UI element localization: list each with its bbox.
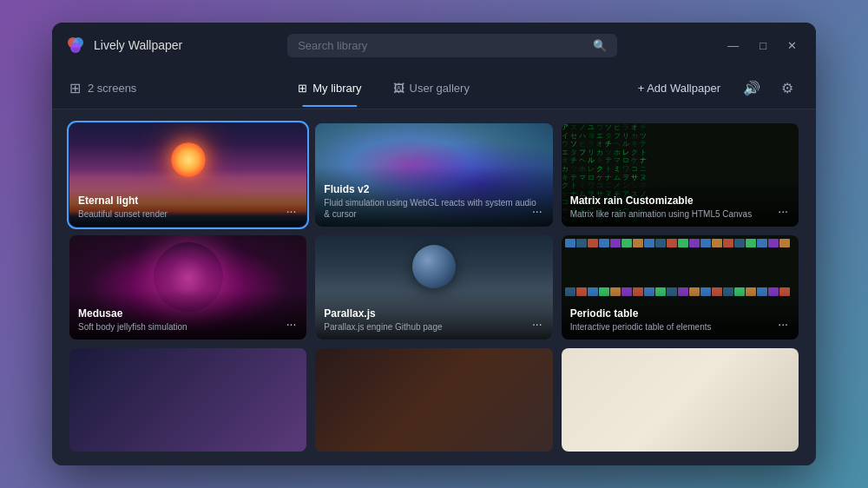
card-more-button[interactable]: ··· (283, 315, 300, 333)
card-more-button[interactable]: ··· (283, 202, 300, 220)
card-desc: Beautiful sunset render (78, 208, 298, 220)
wallpaper-card-eternal-light[interactable]: Eternal light Beautiful sunset render ··… (69, 123, 306, 227)
card-thumbnail (315, 348, 552, 452)
card-desc: Interactive periodic table of elements (570, 321, 790, 333)
card-overlay: Matrix rain Customizable Matrix like rai… (562, 177, 799, 227)
card-title: Periodic table (570, 307, 790, 320)
close-button[interactable]: ✕ (782, 37, 802, 54)
card-more-button[interactable]: ··· (774, 315, 792, 333)
screens-info: ⊞ 2 screens (69, 80, 136, 96)
card-thumbnail (69, 348, 306, 452)
settings-icon[interactable]: ⚙ (776, 76, 799, 100)
nav-tabs: ⊞ My library 🖼 User gallery (284, 76, 483, 100)
svg-point-2 (70, 43, 81, 53)
search-bar[interactable]: 🔍 (287, 34, 617, 57)
parallax-sphere-effect (412, 245, 456, 288)
title-bar: Lively Wallpaper 🔍 — □ ✕ (52, 23, 816, 68)
my-library-icon: ⊞ (298, 82, 307, 95)
wallpaper-card-row3-left[interactable] (69, 348, 306, 452)
user-gallery-label: User gallery (410, 82, 470, 95)
card-overlay: Eternal light Beautiful sunset render (69, 177, 306, 227)
app-title: Lively Wallpaper (94, 38, 182, 52)
user-gallery-icon: 🖼 (393, 82, 404, 95)
search-input[interactable] (298, 39, 586, 52)
tab-user-gallery[interactable]: 🖼 User gallery (379, 76, 483, 100)
wallpaper-card-parallax-js[interactable]: Parallax.js Parallax.js engine Github pa… (315, 235, 552, 339)
wallpaper-card-row3-mid[interactable] (315, 348, 552, 452)
app-logo-icon (66, 36, 85, 55)
add-wallpaper-button[interactable]: + Add Wallpaper (631, 78, 727, 98)
card-overlay: Periodic table Interactive periodic tabl… (562, 290, 799, 340)
wallpaper-card-matrix-rain[interactable]: アイウエオカキクケコサシ スセソタチツテトナニヌネ ノハヒフヘホマミムメモヤ ユ… (562, 123, 799, 227)
wallpaper-card-medusae[interactable]: Medusae Soft body jellyfish simulation ·… (69, 235, 306, 339)
card-overlay: Medusae Soft body jellyfish simulation (69, 290, 306, 340)
card-title: Fluids v2 (324, 183, 543, 195)
card-thumbnail (562, 348, 799, 452)
screens-icon: ⊞ (69, 80, 81, 96)
wallpaper-card-row3-right[interactable] (562, 348, 799, 452)
card-overlay: Parallax.js Parallax.js engine Github pa… (315, 290, 552, 340)
minimize-button[interactable]: — (722, 37, 744, 54)
card-desc: Parallax.js engine Github page (324, 321, 543, 333)
toolbar: ⊞ 2 screens ⊞ My library 🖼 User gallery … (52, 68, 816, 109)
window-controls: — □ ✕ (722, 37, 802, 54)
card-overlay: Fluids v2 Fluid simulation using WebGL r… (315, 166, 552, 227)
volume-icon[interactable]: 🔊 (738, 76, 766, 100)
card-title: Matrix rain Customizable (570, 195, 790, 207)
card-title: Parallax.js (324, 307, 543, 320)
screens-count-label: 2 screens (88, 82, 136, 95)
sun-glow-effect (171, 142, 206, 177)
wallpaper-card-periodic-table[interactable]: Periodic table Interactive periodic tabl… (562, 235, 799, 339)
my-library-label: My library (312, 82, 361, 95)
search-icon[interactable]: 🔍 (593, 39, 607, 52)
wallpaper-grid: Eternal light Beautiful sunset render ··… (69, 123, 799, 452)
card-more-button[interactable]: ··· (529, 315, 546, 333)
card-desc: Matrix like rain animation using HTML5 C… (570, 208, 790, 220)
card-title: Eternal light (78, 195, 298, 207)
toolbar-right: + Add Wallpaper 🔊 ⚙ (631, 76, 799, 100)
card-title: Medusae (78, 307, 298, 320)
content-area: Eternal light Beautiful sunset render ··… (52, 109, 816, 465)
tab-my-library[interactable]: ⊞ My library (284, 76, 375, 100)
card-desc: Fluid simulation using WebGL reacts with… (324, 197, 543, 220)
card-more-button[interactable]: ··· (529, 202, 546, 220)
card-desc: Soft body jellyfish simulation (78, 321, 298, 333)
app-window: Lively Wallpaper 🔍 — □ ✕ ⊞ 2 screens ⊞ M… (52, 23, 816, 465)
wallpaper-card-fluids-v2[interactable]: Fluids v2 Fluid simulation using WebGL r… (315, 123, 552, 227)
maximize-button[interactable]: □ (754, 37, 772, 54)
card-more-button[interactable]: ··· (774, 202, 792, 220)
